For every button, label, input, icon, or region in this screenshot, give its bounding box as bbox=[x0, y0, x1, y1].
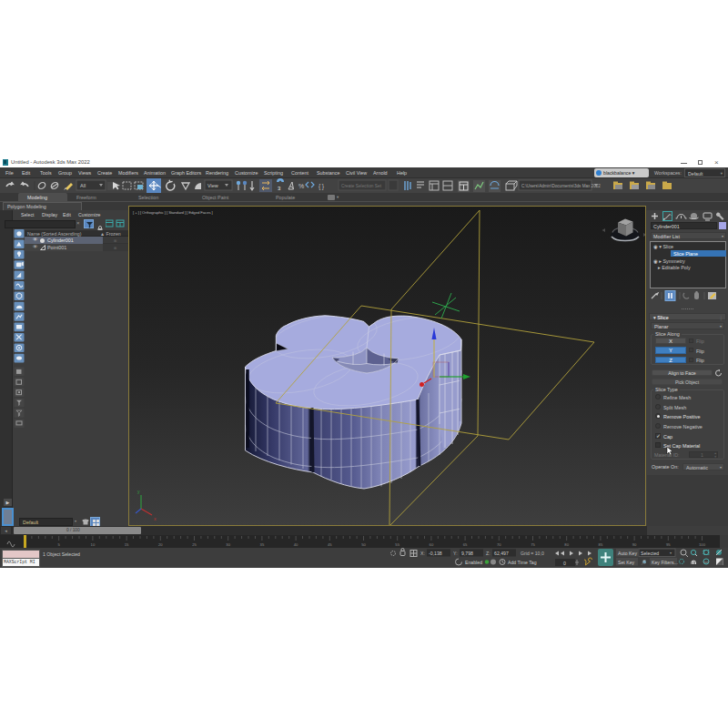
svg-text:45: 45 bbox=[328, 542, 332, 547]
svg-text:3: 3 bbox=[278, 186, 281, 191]
svg-text:85: 85 bbox=[599, 542, 603, 547]
svg-text:65: 65 bbox=[463, 542, 468, 547]
svg-text:{ }: { } bbox=[318, 183, 325, 190]
svg-text:X:: X: bbox=[420, 551, 425, 556]
svg-text:-0,138: -0,138 bbox=[429, 551, 442, 556]
svg-text:Key Filters...: Key Filters... bbox=[652, 560, 678, 565]
svg-text:Auto Key: Auto Key bbox=[618, 551, 637, 556]
svg-text:10: 10 bbox=[91, 542, 96, 547]
svg-text:🔎: 🔎 bbox=[641, 560, 647, 566]
svg-text:62,497: 62,497 bbox=[494, 551, 509, 556]
svg-text:70: 70 bbox=[497, 542, 501, 547]
svg-text:30: 30 bbox=[226, 542, 230, 547]
svg-text:C:\Users\Admin\Documents\3ds M: C:\Users\Admin\Documents\3ds Max 2022 bbox=[521, 184, 601, 188]
svg-text:Create Selection Set: Create Selection Set bbox=[341, 184, 382, 188]
svg-text:▾: ▾ bbox=[670, 551, 672, 555]
svg-text:%: % bbox=[298, 183, 304, 189]
svg-text:Add Time Tag: Add Time Tag bbox=[508, 560, 537, 565]
svg-text:Z:: Z: bbox=[486, 551, 490, 556]
svg-text:Enabled: Enabled bbox=[465, 560, 482, 565]
svg-text:55: 55 bbox=[395, 542, 399, 547]
svg-text:[ + ] [ Orthographic ] [ Stand: [ + ] [ Orthographic ] [ Standard ] [ Ed… bbox=[133, 210, 213, 215]
svg-text:100: 100 bbox=[699, 542, 706, 547]
svg-text:40: 40 bbox=[294, 542, 298, 547]
svg-text:75: 75 bbox=[531, 542, 535, 547]
svg-text:All: All bbox=[80, 183, 86, 188]
svg-text:50: 50 bbox=[361, 542, 366, 547]
svg-text:9,798: 9,798 bbox=[461, 551, 473, 556]
svg-text:35: 35 bbox=[260, 542, 265, 547]
svg-text:80: 80 bbox=[564, 542, 569, 547]
svg-text:Selected: Selected bbox=[641, 551, 659, 556]
svg-text:Set Key: Set Key bbox=[618, 560, 635, 565]
svg-text:20: 20 bbox=[158, 542, 163, 547]
svg-text:5: 5 bbox=[58, 542, 61, 547]
svg-text:90: 90 bbox=[632, 542, 637, 547]
svg-text:0: 0 bbox=[563, 561, 566, 566]
svg-text:Grid = 10,0: Grid = 10,0 bbox=[521, 551, 544, 556]
svg-text:60: 60 bbox=[430, 542, 434, 547]
svg-text:Y:: Y: bbox=[453, 551, 458, 556]
svg-text:15: 15 bbox=[125, 542, 129, 547]
svg-text:View: View bbox=[207, 183, 218, 188]
svg-text:95: 95 bbox=[666, 542, 671, 547]
svg-text:25: 25 bbox=[192, 542, 197, 547]
